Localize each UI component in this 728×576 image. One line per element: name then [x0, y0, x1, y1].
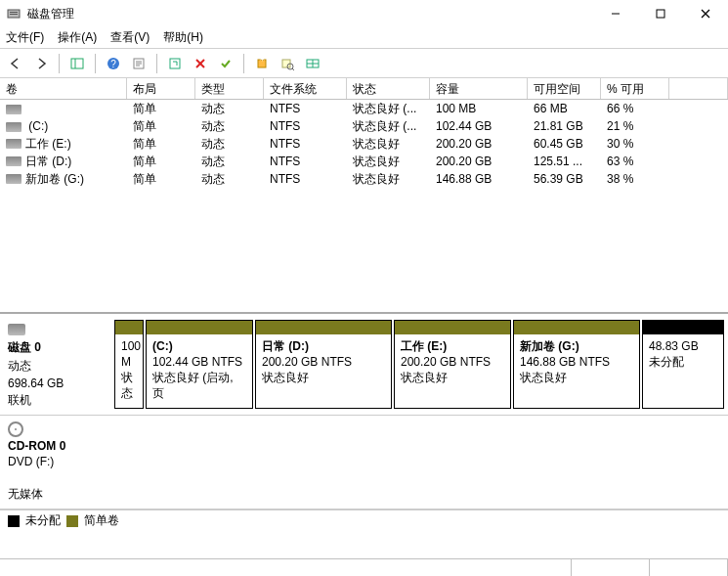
cdrom-label: CD-ROM 0 — [8, 439, 105, 453]
partition[interactable]: 新加卷 (G:)146.88 GB NTFS状态良好 — [513, 320, 640, 409]
svg-rect-2 — [10, 14, 18, 15]
view-settings-button[interactable] — [301, 52, 324, 75]
partition-line1: 200.20 GB NTFS — [262, 355, 352, 369]
refresh-button[interactable] — [163, 52, 187, 75]
show-hide-console-tree-button[interactable] — [65, 52, 89, 75]
menu-action[interactable]: 操作(A) — [58, 29, 97, 46]
partition-title: 工作 (E:) — [401, 339, 447, 353]
svg-rect-1 — [10, 12, 18, 13]
find-button[interactable] — [276, 52, 299, 75]
volume-layout: 简单 — [127, 168, 195, 191]
cdrom-status: 无媒体 — [8, 486, 105, 503]
volume-list[interactable]: 卷 布局 类型 文件系统 状态 容量 可用空间 % 可用 简单动态NTFS状态良… — [0, 78, 728, 313]
svg-rect-4 — [657, 10, 664, 18]
partition[interactable]: 100 M状态 — [114, 320, 144, 409]
volume-capacity: 200.20 GB — [430, 152, 528, 171]
menu-file[interactable]: 文件(F) — [6, 29, 44, 46]
col-free[interactable]: 可用空间 — [528, 78, 601, 99]
volume-fs: NTFS — [264, 99, 347, 118]
volume-name: 新加卷 (G:) — [25, 172, 84, 186]
partition-stripe — [147, 321, 252, 334]
cdrom-info[interactable]: CD-ROM 0 DVD (F:) 无媒体 — [0, 416, 112, 509]
volume-fs: NTFS — [264, 134, 347, 154]
col-pctfree[interactable]: % 可用 — [601, 78, 669, 99]
col-capacity[interactable]: 容量 — [430, 78, 528, 99]
partition[interactable]: 工作 (E:)200.20 GB NTFS状态良好 — [394, 320, 511, 409]
status-bar — [0, 558, 728, 576]
volume-icon — [6, 139, 21, 149]
col-extra[interactable] — [669, 78, 728, 99]
partition-line1: 146.88 GB NTFS — [520, 355, 610, 369]
col-filesystem[interactable]: 文件系统 — [264, 78, 347, 99]
partition[interactable]: 日常 (D:)200.20 GB NTFS状态良好 — [255, 320, 392, 409]
volume-pct: 38 % — [601, 169, 669, 189]
disk0-partitions: 100 M状态(C:)102.44 GB NTFS状态良好 (启动, 页日常 (… — [112, 318, 728, 415]
partition-stripe — [514, 321, 639, 334]
disk0-info[interactable]: 磁盘 0 动态 698.64 GB 联机 — [0, 318, 112, 415]
col-volume[interactable]: 卷 — [0, 78, 127, 99]
window-title: 磁盘管理 — [27, 6, 74, 22]
partition-line2: 状态 — [121, 371, 133, 400]
close-button[interactable] — [683, 0, 728, 27]
volume-icon — [6, 156, 21, 166]
legend-swatch-unallocated — [8, 515, 20, 527]
disk0-type: 动态 — [8, 358, 105, 375]
partition[interactable]: 48.83 GB未分配 — [642, 320, 724, 409]
volume-icon — [6, 105, 21, 114]
col-status[interactable]: 状态 — [347, 78, 430, 99]
partition[interactable]: (C:)102.44 GB NTFS状态良好 (启动, 页 — [146, 320, 253, 409]
volume-capacity: 200.20 GB — [430, 134, 528, 154]
apply-button[interactable] — [214, 52, 237, 75]
menu-view[interactable]: 查看(V) — [110, 29, 150, 46]
col-type[interactable]: 类型 — [195, 78, 264, 99]
properties-button[interactable] — [127, 52, 150, 75]
partition-body: 新加卷 (G:)146.88 GB NTFS状态良好 — [514, 334, 639, 408]
forward-button[interactable] — [29, 52, 53, 75]
minimize-button[interactable] — [593, 0, 638, 27]
volume-pct: 30 % — [601, 134, 669, 154]
disk0-status: 联机 — [8, 392, 105, 409]
partition-title: 新加卷 (G:) — [520, 339, 579, 353]
toolbar: ? ✶ — [0, 49, 728, 78]
disk-row-0: 磁盘 0 动态 698.64 GB 联机 100 M状态(C:)102.44 G… — [0, 318, 728, 416]
volume-row[interactable]: 新加卷 (G:)简单动态NTFS状态良好146.88 GB56.39 GB38 … — [0, 170, 728, 188]
volume-pct: 66 % — [601, 99, 669, 118]
svg-line-22 — [292, 68, 294, 70]
partition-body: 48.83 GB未分配 — [643, 334, 723, 408]
delete-button[interactable] — [189, 52, 212, 75]
menu-bar: 文件(F) 操作(A) 查看(V) 帮助(H) — [0, 27, 728, 49]
partition-line2: 状态良好 — [520, 371, 567, 384]
partition-line1: 200.20 GB NTFS — [401, 355, 491, 369]
partition-stripe — [395, 321, 510, 334]
volume-capacity: 102.44 GB — [430, 116, 528, 136]
menu-help[interactable]: 帮助(H) — [163, 29, 203, 46]
disk0-size: 698.64 GB — [8, 377, 105, 390]
volume-fs: NTFS — [264, 116, 347, 136]
disk-row-cdrom: CD-ROM 0 DVD (F:) 无媒体 — [0, 416, 728, 510]
partition-title: (C:) — [152, 339, 173, 353]
col-layout[interactable]: 布局 — [127, 78, 195, 99]
title-bar: 磁盘管理 — [0, 0, 728, 27]
svg-text:?: ? — [110, 59, 116, 69]
volume-capacity: 100 MB — [430, 99, 528, 118]
partition-line1: 48.83 GB — [649, 339, 699, 353]
partition-stripe — [256, 321, 391, 334]
legend-swatch-simple — [66, 515, 78, 527]
partition-line2: 未分配 — [649, 355, 684, 369]
maximize-button[interactable] — [638, 0, 683, 27]
back-button[interactable] — [4, 52, 27, 75]
volume-capacity: 146.88 GB — [430, 169, 528, 189]
partition-line2: 状态良好 (启动, 页 — [152, 371, 234, 400]
svg-text:✶: ✶ — [259, 57, 266, 64]
volume-status: 状态良好 — [347, 168, 430, 191]
disk-layout-pane: 磁盘 0 动态 698.64 GB 联机 100 M状态(C:)102.44 G… — [0, 313, 728, 558]
help-button[interactable]: ? — [102, 52, 125, 75]
volume-fs: NTFS — [264, 152, 347, 171]
legend-simple: 简单卷 — [84, 512, 119, 529]
partition-stripe — [643, 321, 723, 334]
volume-name: 日常 (D:) — [25, 155, 71, 168]
volume-free: 66 MB — [528, 99, 601, 118]
new-button[interactable]: ✶ — [250, 52, 274, 75]
cdrom-drive: DVD (F:) — [8, 455, 105, 468]
volume-free: 60.45 GB — [528, 134, 601, 154]
